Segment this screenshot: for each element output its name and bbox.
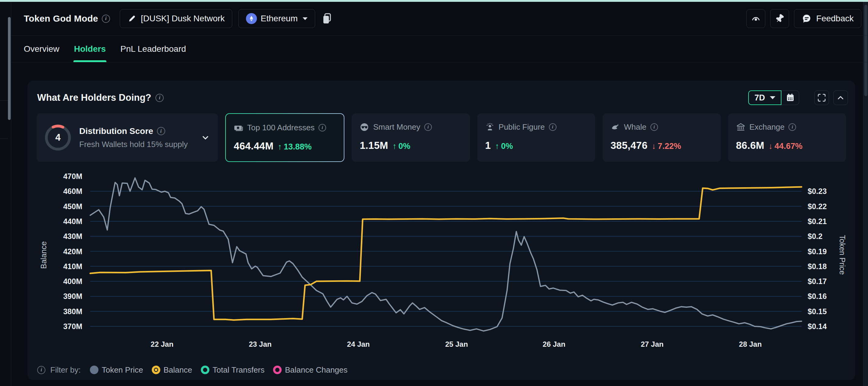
info-icon[interactable]: i xyxy=(424,123,432,131)
stat-delta: ↓44.67% xyxy=(769,142,803,151)
legend-item-balance[interactable]: Balance xyxy=(152,365,192,375)
holders-panel: What Are Holders Doing? i 7D xyxy=(27,81,855,380)
axis-tick: 410M xyxy=(27,262,82,271)
stat-card-public-figure[interactable]: Public Figure i 1 ↑0% xyxy=(477,113,595,162)
calendar-button[interactable] xyxy=(781,91,799,105)
panel-header: What Are Holders Doing? i 7D xyxy=(37,88,848,107)
range-select-value: 7D xyxy=(754,93,765,103)
axis-tick: 27 Jan xyxy=(641,340,664,349)
stat-value: 1 xyxy=(485,140,491,151)
axis-tick: 470M xyxy=(27,172,82,181)
stat-delta: ↓7.22% xyxy=(652,142,681,151)
stat-label: Whale xyxy=(624,122,646,132)
axis-tick: 450M xyxy=(27,202,82,211)
legend-item-token-price[interactable]: Token Price xyxy=(90,365,143,375)
panel-title: What Are Holders Doing? xyxy=(37,92,151,103)
main-area: Token God Mode i [DUSK] Dusk Network Eth… xyxy=(11,2,868,386)
public-figure-icon xyxy=(485,122,495,132)
ethereum-logo-icon xyxy=(246,13,257,24)
chart-legend: Token Price Balance Total Transfers Bala… xyxy=(90,365,348,375)
tab-pnl-leaderboard[interactable]: PnL Leaderboard xyxy=(120,36,186,62)
left-scrollbar-thumb[interactable] xyxy=(8,17,11,120)
chevron-down-icon xyxy=(303,17,308,20)
feedback-button[interactable]: Feedback xyxy=(794,9,861,28)
info-icon[interactable]: i xyxy=(102,14,110,23)
chevron-down-icon xyxy=(770,96,775,99)
axis-tick: 25 Jan xyxy=(445,340,468,349)
balance-swatch xyxy=(152,365,160,374)
eye-icon xyxy=(751,13,761,24)
token-select-button[interactable]: [DUSK] Dusk Network xyxy=(120,9,232,28)
fullscreen-button[interactable] xyxy=(814,91,829,105)
stat-delta: ↑0% xyxy=(393,142,410,151)
holders-chart[interactable] xyxy=(90,174,802,337)
stat-delta: ↑13.88% xyxy=(278,142,312,151)
app-root: Token God Mode i [DUSK] Dusk Network Eth… xyxy=(0,0,868,386)
info-icon[interactable]: i xyxy=(37,366,45,374)
stat-label: Exchange xyxy=(749,122,785,132)
chat-bubble-icon xyxy=(802,13,812,24)
stat-value: 385,476 xyxy=(611,140,647,151)
axis-tick: 23 Jan xyxy=(249,340,272,349)
distribution-score-card[interactable]: 4 Distribution Score i Fresh Wallets hol… xyxy=(37,113,218,162)
distribution-score-title: Distribution Score xyxy=(79,126,153,136)
distribution-score-gauge: 4 xyxy=(44,124,71,151)
axis-tick: 370M xyxy=(27,322,82,331)
chain-select-button[interactable]: Ethereum xyxy=(238,9,315,28)
tab-holders[interactable]: Holders xyxy=(74,36,106,62)
watchlist-button[interactable] xyxy=(746,9,765,28)
axis-tick: 440M xyxy=(27,217,82,226)
stat-label: Public Figure xyxy=(499,122,545,132)
stat-value: 1.15M xyxy=(360,140,388,151)
info-icon[interactable]: i xyxy=(788,123,796,131)
page-title: Token God Mode xyxy=(24,13,98,24)
info-icon[interactable]: i xyxy=(650,123,658,131)
axis-tick: 22 Jan xyxy=(151,340,174,349)
info-icon[interactable]: i xyxy=(318,124,326,132)
axis-tick: 400M xyxy=(27,277,82,286)
tab-bar: Overview Holders PnL Leaderboard xyxy=(11,36,868,62)
info-icon[interactable]: i xyxy=(155,94,164,102)
distribution-score-text: Distribution Score i Fresh Wallets hold … xyxy=(79,126,188,149)
axis-tick: 24 Jan xyxy=(347,340,370,349)
distribution-score-subtitle: Fresh Wallets hold 15% supply xyxy=(79,140,188,149)
info-icon[interactable]: i xyxy=(549,123,557,131)
stats-row: 4 Distribution Score i Fresh Wallets hol… xyxy=(37,113,846,162)
y-axis-title-token-price: Token Price xyxy=(837,174,847,337)
distribution-score-value: 4 xyxy=(44,124,71,151)
info-icon[interactable]: i xyxy=(157,127,165,135)
feedback-label: Feedback xyxy=(816,14,854,24)
left-rail xyxy=(0,2,11,386)
cash-icon xyxy=(234,123,243,132)
legend-item-total-transfers[interactable]: Total Transfers xyxy=(201,365,265,375)
axis-tick: 430M xyxy=(27,232,82,241)
axis-tick: 420M xyxy=(27,247,82,256)
calendar-icon xyxy=(785,93,795,103)
stat-card-exchange[interactable]: Exchange i 86.6M ↓44.67% xyxy=(728,113,846,162)
x-axis-ticks: 22 Jan23 Jan24 Jan25 Jan26 Jan27 Jan28 J… xyxy=(90,340,802,350)
series-token-price xyxy=(90,178,802,331)
stat-card-smart-money[interactable]: Smart Money i 1.15M ↑0% xyxy=(352,113,470,162)
copy-icon[interactable] xyxy=(322,13,332,24)
chart-canvas[interactable] xyxy=(90,174,802,337)
panel-controls: 7D xyxy=(748,91,848,105)
filter-by-label: Filter by: xyxy=(50,365,81,375)
range-select[interactable]: 7D xyxy=(748,91,781,105)
stat-value: 86.6M xyxy=(736,140,764,151)
topbar: Token God Mode i [DUSK] Dusk Network Eth… xyxy=(11,2,868,36)
collapse-button[interactable] xyxy=(833,91,848,105)
tab-overview[interactable]: Overview xyxy=(24,36,59,62)
balance-changes-swatch xyxy=(273,365,282,374)
stat-card-whale[interactable]: Whale i 385,476 ↓7.22% xyxy=(602,113,720,162)
token-price-swatch xyxy=(90,365,98,374)
stat-value: 464.44M xyxy=(234,140,274,152)
whale-icon xyxy=(611,122,620,132)
axis-tick: 380M xyxy=(27,307,82,316)
fullscreen-icon xyxy=(817,93,826,102)
legend-item-balance-changes[interactable]: Balance Changes xyxy=(273,365,347,375)
top-progress-bar xyxy=(0,0,868,2)
pin-button[interactable] xyxy=(770,9,789,28)
stat-card-top-100-addresses[interactable]: Top 100 Addresses i 464.44M ↑13.88% xyxy=(225,113,344,162)
y-axis-left-ticks: 470M460M450M440M430M420M410M400M390M380M… xyxy=(27,174,82,337)
token-select-label: [DUSK] Dusk Network xyxy=(141,14,225,24)
